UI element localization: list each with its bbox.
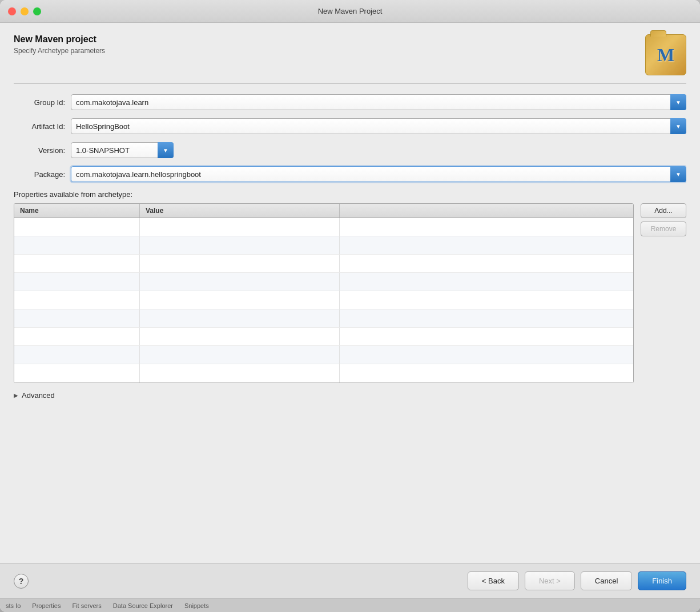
artifact-id-combo-wrap — [71, 118, 686, 134]
package-row: Package: — [14, 166, 686, 182]
status-bar: sts Io Properties Fit servers Data Sourc… — [0, 598, 700, 612]
status-item-2: Properties — [32, 602, 61, 609]
group-id-input[interactable] — [71, 94, 686, 110]
table-section: Name Value — [14, 203, 686, 383]
cell-extra-8 — [340, 346, 633, 364]
remove-button[interactable]: Remove — [641, 222, 686, 236]
cell-name-6 — [14, 309, 140, 327]
cell-extra-6 — [340, 309, 633, 327]
dialog-title: New Maven project — [14, 34, 105, 45]
maximize-button[interactable] — [33, 7, 41, 15]
version-label: Version: — [14, 146, 71, 155]
title-bar: New Maven Project — [0, 0, 700, 23]
status-item-1: sts Io — [6, 602, 21, 609]
table-row[interactable] — [14, 346, 633, 364]
cell-name-9 — [14, 364, 140, 382]
table-body — [14, 218, 633, 382]
window-controls — [8, 7, 41, 15]
cell-extra-4 — [340, 273, 633, 291]
new-maven-project-window: New Maven Project New Maven project Spec… — [0, 0, 700, 612]
add-button[interactable]: Add... — [641, 203, 686, 218]
close-button[interactable] — [8, 7, 16, 15]
package-input[interactable] — [71, 166, 686, 182]
dialog-subtitle: Specify Archetype parameters — [14, 47, 105, 55]
bottom-buttons: < Back Next > Cancel Finish — [468, 571, 686, 590]
window-title: New Maven Project — [318, 7, 383, 15]
properties-table: Name Value — [14, 203, 634, 383]
table-row[interactable] — [14, 218, 633, 236]
advanced-triangle-icon: ▶ — [14, 392, 18, 398]
table-header: Name Value — [14, 204, 633, 218]
cell-value-4 — [140, 273, 340, 291]
table-row[interactable] — [14, 273, 633, 291]
package-combo-wrap — [71, 166, 686, 182]
cell-value-6 — [140, 309, 340, 327]
cell-value-9 — [140, 364, 340, 382]
cell-value-5 — [140, 291, 340, 309]
table-buttons: Add... Remove — [641, 203, 686, 383]
artifact-id-control — [71, 118, 686, 134]
package-control — [71, 166, 686, 182]
version-row: Version: — [14, 142, 686, 158]
advanced-label: Advanced — [22, 391, 55, 400]
col-header-name: Name — [14, 204, 140, 218]
col-header-value: Value — [140, 204, 340, 218]
maven-letter: M — [657, 45, 674, 66]
cell-name-4 — [14, 273, 140, 291]
cell-name-2 — [14, 236, 140, 254]
header-text-block: New Maven project Specify Archetype para… — [14, 34, 105, 55]
table-row[interactable] — [14, 291, 633, 309]
cell-extra-2 — [340, 236, 633, 254]
group-id-combo-wrap — [71, 94, 686, 110]
artifact-id-input[interactable] — [71, 118, 686, 134]
col-header-extra — [340, 204, 633, 218]
maven-icon-inner: M — [645, 34, 686, 75]
table-row[interactable] — [14, 364, 633, 382]
bottom-bar: ? < Back Next > Cancel Finish — [0, 563, 700, 598]
version-control — [71, 142, 174, 158]
dialog-header: New Maven project Specify Archetype para… — [14, 34, 686, 84]
cell-name-3 — [14, 255, 140, 272]
cell-extra-1 — [340, 218, 633, 236]
status-item-5: Snippets — [184, 602, 209, 609]
cell-name-1 — [14, 218, 140, 236]
cell-name-5 — [14, 291, 140, 309]
cell-value-7 — [140, 328, 340, 345]
main-content: New Maven project Specify Archetype para… — [0, 23, 700, 563]
group-id-label: Group Id: — [14, 98, 71, 107]
table-row[interactable] — [14, 255, 633, 273]
maven-icon: M — [645, 34, 686, 75]
cell-value-2 — [140, 236, 340, 254]
next-button[interactable]: Next > — [525, 571, 575, 590]
properties-label: Properties available from archetype: — [14, 190, 686, 199]
minimize-button[interactable] — [21, 7, 29, 15]
status-item-3: Fit servers — [72, 602, 101, 609]
cell-value-3 — [140, 255, 340, 272]
cell-extra-5 — [340, 291, 633, 309]
advanced-section: ▶ Advanced — [14, 391, 686, 400]
cell-extra-3 — [340, 255, 633, 272]
cell-value-8 — [140, 346, 340, 364]
cell-name-7 — [14, 328, 140, 345]
version-input[interactable] — [71, 142, 174, 158]
package-label: Package: — [14, 170, 71, 179]
version-combo-wrap — [71, 142, 174, 158]
table-row[interactable] — [14, 309, 633, 328]
artifact-id-label: Artifact Id: — [14, 122, 71, 131]
group-id-control — [71, 94, 686, 110]
group-id-row: Group Id: — [14, 94, 686, 110]
cell-extra-9 — [340, 364, 633, 382]
artifact-id-row: Artifact Id: — [14, 118, 686, 134]
cell-value-1 — [140, 218, 340, 236]
cell-name-8 — [14, 346, 140, 364]
back-button[interactable]: < Back — [468, 571, 519, 590]
form-section: Group Id: Artifact Id: — [14, 94, 686, 563]
cell-extra-7 — [340, 328, 633, 345]
advanced-toggle[interactable]: ▶ Advanced — [14, 391, 686, 400]
finish-button[interactable]: Finish — [638, 571, 686, 590]
table-row[interactable] — [14, 236, 633, 255]
table-row[interactable] — [14, 328, 633, 346]
cancel-button[interactable]: Cancel — [581, 571, 632, 590]
status-item-4: Data Source Explorer — [113, 602, 173, 609]
help-button[interactable]: ? — [14, 574, 29, 589]
